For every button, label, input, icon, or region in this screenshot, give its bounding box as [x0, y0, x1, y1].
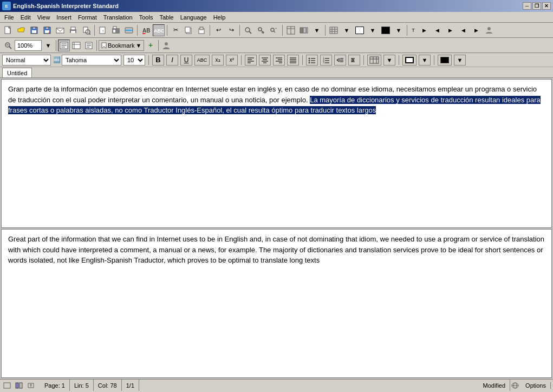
- status-internet-btn[interactable]: [510, 381, 520, 390]
- view-print-btn[interactable]: [83, 40, 95, 51]
- tb-extra-4[interactable]: ▼: [367, 24, 379, 36]
- copy-button[interactable]: [183, 24, 194, 36]
- insert-table-button[interactable]: [285, 24, 297, 36]
- restore-button[interactable]: ❐: [532, 2, 541, 10]
- title-bar: E English-Spanish Interpreter Standard ─…: [0, 0, 553, 12]
- svg-rect-107: [16, 383, 18, 388]
- align-left-button[interactable]: [245, 55, 257, 66]
- table-dropdown-button[interactable]: ▼: [383, 55, 395, 66]
- status-btn-2[interactable]: [14, 381, 24, 390]
- color-dropdown-button[interactable]: ▼: [454, 55, 466, 66]
- abc-button[interactable]: ABC: [153, 24, 165, 36]
- document-pane-bottom[interactable]: Great part of the information that we ca…: [1, 229, 552, 378]
- style-name-select[interactable]: Normal: [2, 55, 51, 66]
- tb-text-4[interactable]: ▶: [444, 24, 456, 36]
- print-preview-button[interactable]: [80, 24, 92, 36]
- menu-language[interactable]: Language: [177, 13, 210, 22]
- menu-help[interactable]: Help: [210, 13, 229, 22]
- zoom-out-btn[interactable]: [2, 40, 14, 51]
- tb-text-1[interactable]: T: [409, 24, 417, 36]
- print-button[interactable]: [67, 24, 79, 36]
- toolbar-1: + ↑ ABC ABC ✂ ↩ ↪ *: [0, 23, 553, 38]
- justify-button[interactable]: [287, 55, 299, 66]
- redo-button[interactable]: ↪: [225, 24, 237, 36]
- svg-rect-13: [71, 31, 75, 33]
- status-btn-1[interactable]: [2, 381, 12, 390]
- subscript-button[interactable]: x₂: [212, 55, 224, 66]
- sep-1: [94, 25, 95, 36]
- borders-button[interactable]: ▼: [311, 24, 323, 36]
- undo-button[interactable]: ↩: [212, 24, 224, 36]
- numbering-button[interactable]: 1.2.3.: [320, 55, 332, 66]
- add-bookmark-btn[interactable]: +: [145, 40, 157, 51]
- find-replace-button[interactable]: [255, 24, 267, 36]
- tb-text-2[interactable]: ▶: [418, 24, 430, 36]
- menu-format[interactable]: Format: [75, 13, 100, 22]
- color-fill-button[interactable]: [438, 55, 452, 66]
- tb-extra-6[interactable]: ▼: [393, 24, 405, 36]
- italic-button[interactable]: I: [166, 55, 178, 66]
- view-web-btn[interactable]: [70, 40, 82, 51]
- menu-view[interactable]: View: [34, 13, 54, 22]
- spellcheck-button[interactable]: ABC: [140, 24, 152, 36]
- decrease-indent-button[interactable]: [334, 55, 346, 66]
- border-dropdown-button[interactable]: ▼: [419, 55, 431, 66]
- svg-rect-21: [113, 27, 116, 29]
- minimize-button[interactable]: ─: [523, 2, 531, 10]
- find-all-button[interactable]: *: [268, 24, 280, 36]
- export-button[interactable]: ↑: [97, 24, 109, 36]
- column-button[interactable]: [298, 24, 310, 36]
- tb-text-6[interactable]: ▶: [470, 24, 482, 36]
- bookmark-dropdown[interactable]: Bookmark ▼: [99, 40, 144, 51]
- underline-button[interactable]: U: [180, 55, 192, 66]
- svg-text:E: E: [5, 4, 8, 9]
- border-outline-button[interactable]: [402, 55, 417, 66]
- bullets-button[interactable]: [306, 55, 318, 66]
- tb-extra-3[interactable]: [354, 24, 366, 36]
- view-normal-btn[interactable]: [58, 40, 70, 51]
- tb-person[interactable]: [483, 24, 495, 36]
- menu-edit[interactable]: Edit: [17, 13, 34, 22]
- table-fmt-button[interactable]: [367, 55, 381, 66]
- zoom-dropdown[interactable]: ▼: [42, 40, 54, 51]
- paste-button[interactable]: [196, 24, 207, 36]
- scan-button[interactable]: [123, 24, 135, 36]
- status-btn-3[interactable]: [26, 381, 36, 390]
- fax-button[interactable]: [110, 24, 122, 36]
- svg-point-82: [309, 60, 310, 61]
- menu-table[interactable]: Table: [156, 13, 177, 22]
- menu-translation[interactable]: Translation: [100, 13, 136, 22]
- tb-extra-2[interactable]: ▼: [341, 24, 353, 36]
- document-pane-top[interactable]: Gran parte de la información que podemos…: [1, 79, 552, 228]
- sep-3: [167, 25, 167, 36]
- menu-file[interactable]: File: [1, 13, 17, 22]
- align-center-button[interactable]: [259, 55, 271, 66]
- align-right-button[interactable]: [273, 55, 285, 66]
- font-size-select[interactable]: 1089111214: [123, 55, 145, 66]
- svg-text:3.: 3.: [323, 61, 325, 63]
- increase-indent-button[interactable]: [348, 55, 360, 66]
- abc-underline-button[interactable]: ABC: [194, 55, 210, 66]
- tb-extra-1[interactable]: [328, 24, 340, 36]
- superscript-button[interactable]: x²: [226, 55, 238, 66]
- cut-button[interactable]: ✂: [170, 24, 181, 36]
- find-button[interactable]: [242, 24, 254, 36]
- bookmark-dropdown-arrow[interactable]: ▼: [136, 42, 142, 49]
- save-button[interactable]: [28, 24, 40, 36]
- zoom-value[interactable]: 100%: [15, 40, 42, 51]
- insert-person-btn[interactable]: [160, 40, 172, 51]
- new-button[interactable]: [2, 24, 14, 36]
- document-tab-untitled[interactable]: Untitled: [2, 68, 32, 77]
- svg-point-31: [245, 28, 250, 32]
- bold-button[interactable]: B: [152, 55, 164, 66]
- email-button[interactable]: [54, 24, 66, 36]
- open-button[interactable]: [15, 24, 27, 36]
- menu-tools[interactable]: Tools: [136, 13, 157, 22]
- save-as-button[interactable]: +: [41, 24, 53, 36]
- font-name-select[interactable]: Tahoma: [62, 55, 121, 66]
- tb-extra-5[interactable]: [380, 24, 392, 36]
- close-button[interactable]: ✕: [542, 2, 551, 10]
- tb-text-5[interactable]: ◀: [457, 24, 469, 36]
- tb-text-3[interactable]: ◀: [431, 24, 443, 36]
- menu-insert[interactable]: Insert: [53, 13, 75, 22]
